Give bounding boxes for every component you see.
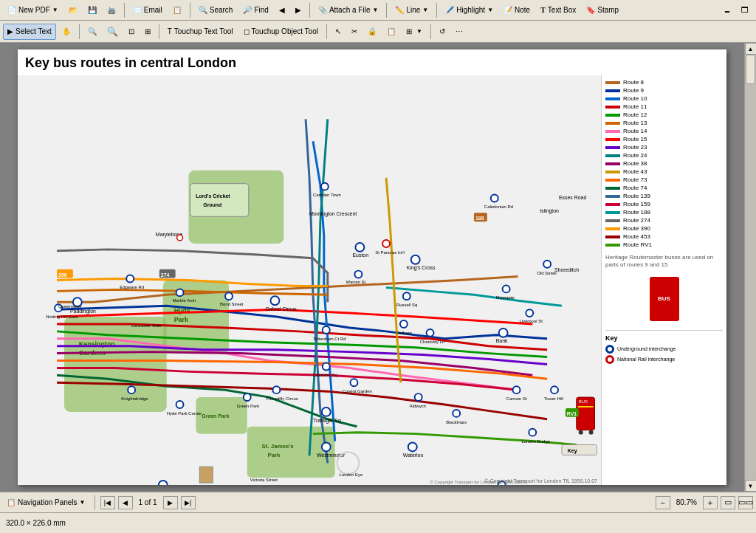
svg-point-85 (453, 410, 460, 417)
legend-route-label: Route 139 (623, 193, 650, 199)
svg-text:Victoria Street: Victoria Street (250, 478, 278, 482)
first-page-button[interactable]: |◀ (100, 496, 115, 509)
find-button[interactable]: 🔎 Find (238, 2, 272, 18)
create-button[interactable]: 📋 (168, 2, 186, 18)
svg-text:Essex Road: Essex Road (559, 195, 586, 200)
map-image-area: Kensington Gardens Hyde Park Regent's Pa… (18, 75, 601, 485)
zoom-out-btn[interactable]: − (656, 496, 670, 509)
nav-forward-button[interactable]: ▶ (291, 2, 306, 18)
scroll-down-button[interactable]: ▼ (745, 480, 757, 492)
scrollbar-track[interactable] (745, 55, 756, 480)
crop-button[interactable]: ✂ (347, 24, 362, 40)
two-page-btn[interactable]: ▭▭ (738, 496, 753, 509)
note-button[interactable]: 📝 Note (499, 2, 535, 18)
save-button[interactable]: 💾 (83, 2, 101, 18)
svg-text:Chancery Ln: Chancery Ln (420, 340, 445, 344)
svg-text:London Bridge: London Bridge (521, 439, 550, 444)
svg-point-77 (543, 261, 551, 268)
svg-point-107 (579, 430, 583, 435)
new-pdf-button[interactable]: 📄 New PDF ▼ (3, 2, 63, 18)
svg-text:Lord's Cricket: Lord's Cricket (196, 194, 230, 199)
hand-tool-button[interactable]: ✋ (58, 24, 75, 40)
zoom-fit-button[interactable]: ⊡ (124, 24, 139, 40)
more-button[interactable]: ⋯ (451, 24, 467, 40)
svg-rect-98 (190, 184, 248, 217)
single-page-btn[interactable]: ▭ (721, 496, 735, 509)
page-indicator: 1 of 1 (136, 498, 160, 506)
prev-page-button[interactable]: ◀ (118, 496, 133, 509)
page-navigation: |◀ ◀ 1 of 1 ▶ ▶| (100, 496, 196, 509)
window-maximize-button[interactable]: 🗖 (737, 2, 753, 18)
svg-point-47 (403, 292, 410, 300)
svg-rect-0 (64, 317, 167, 412)
scroll-up-button[interactable]: ▲ (745, 43, 757, 55)
legend-route-label: Route 453 (623, 233, 650, 240)
next-page-button[interactable]: ▶ (163, 496, 178, 509)
last-page-button[interactable]: ▶| (181, 496, 196, 509)
print-button[interactable]: 🖨️ (103, 2, 120, 18)
svg-point-102 (177, 235, 183, 241)
svg-text:Blackfriars: Blackfriars (446, 420, 467, 424)
print-icon: 🖨️ (107, 6, 116, 14)
touchup-text-button[interactable]: T Touchup Text Tool (163, 24, 238, 40)
legend-route-item: Route 11 (605, 103, 723, 110)
textbox-button[interactable]: T Text Box (536, 2, 580, 18)
zoom-in-button[interactable]: 🔍 (83, 24, 101, 40)
legend-color-swatch (605, 89, 620, 92)
email-button[interactable]: ✉️ Email (128, 2, 167, 18)
search-icon: 🔍 (199, 6, 207, 14)
new-pdf-icon: 📄 (7, 6, 16, 14)
svg-text:Ground: Ground (203, 202, 221, 207)
form-button[interactable]: 📋 (382, 24, 400, 40)
svg-text:King's Cross: King's Cross (407, 265, 436, 271)
attach-file-button[interactable]: 📎 Attach a File ▼ (314, 2, 383, 18)
nav-forward-icon: ▶ (295, 6, 301, 14)
stamp-button[interactable]: 🔖 Stamp (582, 2, 623, 18)
zoom-out-icon: − (660, 498, 664, 507)
legend-color-swatch (605, 146, 620, 149)
svg-point-27 (323, 326, 330, 334)
window-minimize-button[interactable]: 🗕 (719, 2, 735, 18)
legend-route-label: Route 8 (623, 79, 644, 86)
svg-point-63 (337, 452, 360, 474)
legend-route-label: Route 9 (623, 87, 644, 94)
nav-back-button[interactable]: ◀ (275, 2, 289, 18)
scrollbar-right[interactable]: ▲ ▼ (744, 43, 756, 492)
refresh-icon: ↺ (439, 27, 445, 35)
svg-text:Lancaster Gate: Lancaster Gate (131, 323, 162, 328)
svg-point-67 (244, 393, 251, 401)
zoom-level: 80.7% (673, 498, 700, 506)
svg-point-59 (382, 240, 390, 247)
lock-icon: 🔒 (368, 27, 377, 35)
button-tool-icon: ⊞ (406, 27, 412, 35)
document-area[interactable]: Key bus routes in central London Kensing… (0, 43, 744, 492)
single-page-icon: ▭ (724, 498, 732, 507)
highlight-button[interactable]: 🖊️ Highlight ▼ (441, 2, 498, 18)
button-tool-button[interactable]: ⊞ ▼ (402, 24, 427, 40)
open-button[interactable]: 📂 (64, 2, 82, 18)
svg-point-23 (411, 255, 420, 264)
svg-point-29 (323, 362, 330, 370)
zoom-out-button[interactable]: 🔍 (103, 24, 123, 40)
svg-text:Paddington: Paddington (70, 309, 96, 314)
zoom-in-btn[interactable]: + (703, 496, 718, 509)
refresh-button[interactable]: ↺ (435, 24, 450, 40)
select-arrow-button[interactable]: ↖ (331, 24, 346, 40)
separator-5 (436, 3, 437, 18)
zoom-fit-page-icon: ⊞ (145, 27, 151, 35)
legend-color-swatch (605, 219, 620, 222)
navigation-panels-button[interactable]: 📋 Navigation Panels ▼ (3, 497, 89, 508)
svg-text:Piccadilly Circus: Piccadilly Circus (267, 396, 298, 401)
svg-point-33 (322, 408, 331, 416)
svg-text:Notting Hill Gate: Notting Hill Gate (46, 314, 78, 319)
attach-dropdown-icon: ▼ (372, 7, 378, 13)
scroll-thumb[interactable] (746, 55, 755, 84)
touchup-object-button[interactable]: ◻ Touchup Object Tool (239, 24, 323, 40)
svg-text:St. James's: St. James's (262, 443, 295, 450)
zoom-fit-page-button[interactable]: ⊞ (140, 24, 155, 40)
lock-icon-btn[interactable]: 🔒 (363, 24, 381, 40)
line-button[interactable]: ✏️ Line ▼ (391, 2, 433, 18)
line-dropdown-icon: ▼ (422, 7, 428, 13)
search-button[interactable]: 🔍 Search (194, 2, 238, 18)
select-text-button[interactable]: ▶ Select Text (3, 24, 56, 40)
